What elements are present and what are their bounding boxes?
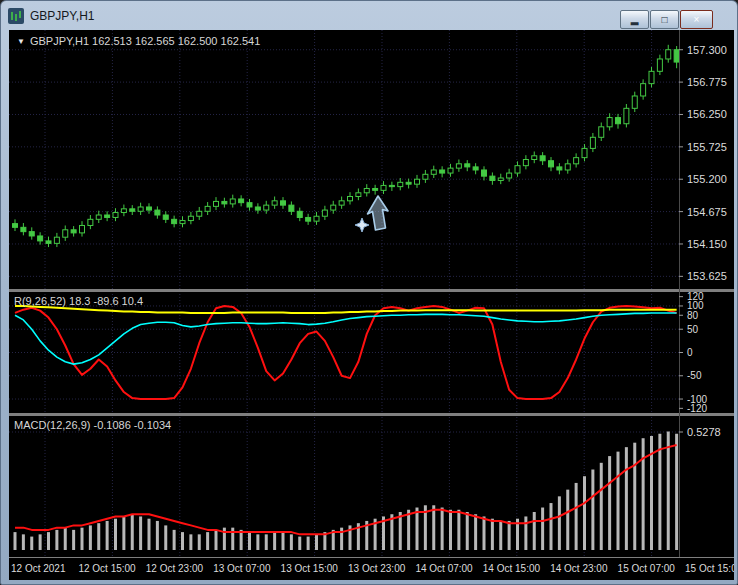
svg-text:80: 80: [687, 310, 699, 321]
app-icon: [8, 8, 24, 24]
svg-text:157.300: 157.300: [687, 44, 727, 56]
chart-client-area: 157.300156.775156.250155.725155.200154.6…: [9, 30, 734, 580]
maximize-button[interactable]: □: [650, 10, 679, 29]
minimize-button[interactable]: ▂: [620, 10, 649, 29]
svg-text:12 Oct 23:00: 12 Oct 23:00: [146, 563, 204, 574]
svg-text:153.625: 153.625: [687, 270, 727, 282]
svg-text:14 Oct 07:00: 14 Oct 07:00: [415, 563, 473, 574]
svg-text:-120: -120: [687, 403, 707, 414]
svg-text:155.200: 155.200: [687, 173, 727, 185]
svg-text:154.675: 154.675: [687, 206, 727, 218]
svg-text:14 Oct 23:00: 14 Oct 23:00: [550, 563, 608, 574]
mt4-chart-window: GBPJPY,H1 ▂ □ × 157.300156.775156.250155…: [0, 0, 738, 585]
svg-text:154.150: 154.150: [687, 238, 727, 250]
svg-text:155.725: 155.725: [687, 141, 727, 153]
svg-text:156.775: 156.775: [687, 76, 727, 88]
window-controls: ▂ □ ×: [620, 10, 713, 29]
svg-text:13 Oct 23:00: 13 Oct 23:00: [348, 563, 406, 574]
svg-text:0.5278: 0.5278: [687, 426, 721, 438]
svg-text:0: 0: [687, 347, 693, 358]
svg-text:12 Oct 2021: 12 Oct 2021: [11, 563, 66, 574]
svg-text:50: 50: [687, 324, 699, 335]
chart-ohlc-label: ▼ GBPJPY,H1 162.513 162.565 162.500 162.…: [17, 35, 260, 47]
svg-text:156.250: 156.250: [687, 108, 727, 120]
indicator-label: R(9,26,52) 18.3 -89.6 10.4: [14, 295, 143, 307]
svg-text:12 Oct 15:00: 12 Oct 15:00: [78, 563, 136, 574]
macd-label: MACD(12,26,9) -0.1086 -0.1034: [14, 419, 171, 431]
svg-text:13 Oct 07:00: 13 Oct 07:00: [213, 563, 271, 574]
svg-text:14 Oct 15:00: 14 Oct 15:00: [483, 563, 541, 574]
ohlc-text: GBPJPY,H1 162.513 162.565 162.500 162.54…: [30, 35, 260, 47]
svg-text:-50: -50: [687, 370, 702, 381]
symbol-dropdown-icon[interactable]: ▼: [17, 37, 25, 46]
window-title: GBPJPY,H1: [30, 9, 94, 23]
svg-text:15 Oct 15:00: 15 Oct 15:00: [685, 563, 734, 574]
close-button[interactable]: ×: [680, 10, 713, 29]
svg-text:15 Oct 07:00: 15 Oct 07:00: [618, 563, 676, 574]
svg-text:13 Oct 15:00: 13 Oct 15:00: [281, 563, 339, 574]
titlebar[interactable]: GBPJPY,H1 ▂ □ ×: [1, 1, 737, 30]
